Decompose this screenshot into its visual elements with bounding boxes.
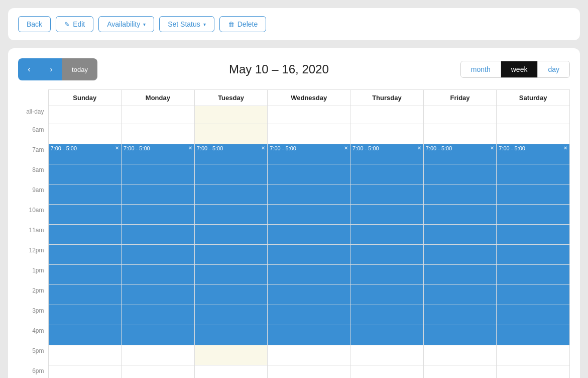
7am-thursday[interactable]: ✕ 7:00 - 5:00 [350, 144, 424, 164]
3pm-saturday[interactable] [497, 305, 570, 325]
1pm-wednesday[interactable] [268, 265, 350, 285]
6am-monday [122, 124, 195, 144]
monday-event-label: 7:00 - 5:00 [124, 144, 150, 151]
9am-sunday[interactable] [48, 184, 122, 205]
10am-tuesday[interactable] [194, 205, 268, 225]
9am-friday[interactable] [423, 184, 497, 205]
11am-friday[interactable] [423, 225, 497, 245]
availability-button[interactable]: Availability ▾ [98, 16, 154, 32]
1pm-saturday[interactable] [497, 265, 570, 285]
4pm-wednesday[interactable] [268, 325, 350, 345]
2pm-sunday[interactable] [48, 285, 122, 305]
2pm-thursday[interactable] [350, 285, 424, 305]
1pm-monday[interactable] [122, 265, 195, 285]
4pm-label: 4pm [18, 325, 48, 345]
6pm-wednesday [268, 365, 350, 379]
9am-saturday[interactable] [497, 184, 570, 205]
12pm-monday[interactable] [122, 245, 195, 265]
day-view-button[interactable]: day [538, 61, 569, 77]
5pm-row: 5pm [18, 345, 570, 365]
close-thursday-icon[interactable]: ✕ [417, 145, 421, 151]
12pm-thursday[interactable] [350, 245, 424, 265]
11am-label: 11am [18, 225, 48, 245]
7am-friday[interactable]: ✕ 7:00 - 5:00 [423, 144, 497, 164]
3pm-friday[interactable] [423, 305, 497, 325]
3pm-sunday[interactable] [48, 305, 122, 325]
11am-wednesday[interactable] [268, 225, 350, 245]
11am-thursday[interactable] [350, 225, 424, 245]
10am-wednesday[interactable] [268, 205, 350, 225]
1pm-thursday[interactable] [350, 265, 424, 285]
10am-saturday[interactable] [497, 205, 570, 225]
1pm-sunday[interactable] [48, 265, 122, 285]
12pm-sunday[interactable] [48, 245, 122, 265]
close-friday-icon[interactable]: ✕ [490, 145, 494, 151]
7am-tuesday[interactable]: ✕ 7:00 - 5:00 [194, 144, 268, 164]
today-button[interactable]: today [62, 58, 97, 80]
6am-thursday [350, 124, 424, 144]
4pm-saturday[interactable] [497, 325, 570, 345]
edit-button[interactable]: ✎ Edit [56, 16, 93, 32]
delete-button[interactable]: 🗑 Delete [219, 16, 266, 32]
close-wednesday-icon[interactable]: ✕ [344, 145, 348, 151]
11am-sunday[interactable] [48, 225, 122, 245]
10am-thursday[interactable] [350, 205, 424, 225]
7am-wednesday[interactable]: ✕ 7:00 - 5:00 [268, 144, 350, 164]
10am-sunday[interactable] [48, 205, 122, 225]
close-tuesday-icon[interactable]: ✕ [261, 145, 265, 151]
close-monday-icon[interactable]: ✕ [188, 145, 192, 151]
month-view-button[interactable]: month [461, 61, 501, 77]
5pm-saturday [497, 345, 570, 365]
3pm-monday[interactable] [122, 305, 195, 325]
7am-monday[interactable]: ✕ 7:00 - 5:00 [122, 144, 195, 164]
close-sunday-icon[interactable]: ✕ [115, 145, 119, 151]
8am-monday[interactable] [122, 164, 195, 184]
set-status-button[interactable]: Set Status ▾ [159, 16, 214, 32]
8am-sunday[interactable] [48, 164, 122, 184]
4pm-tuesday[interactable] [194, 325, 268, 345]
back-button[interactable]: Back [18, 16, 51, 32]
2pm-saturday[interactable] [497, 285, 570, 305]
close-saturday-icon[interactable]: ✕ [563, 145, 567, 151]
7am-row: 7am ✕ 7:00 - 5:00 ✕ 7:00 - 5:00 ✕ 7:00 -… [18, 144, 570, 164]
8am-friday[interactable] [423, 164, 497, 184]
10am-friday[interactable] [423, 205, 497, 225]
2pm-monday[interactable] [122, 285, 195, 305]
week-view-button[interactable]: week [501, 61, 538, 77]
8am-thursday[interactable] [350, 164, 424, 184]
3pm-tuesday[interactable] [194, 305, 268, 325]
11am-saturday[interactable] [497, 225, 570, 245]
9am-wednesday[interactable] [268, 184, 350, 205]
4pm-friday[interactable] [423, 325, 497, 345]
7am-saturday[interactable]: ✕ 7:00 - 5:00 [497, 144, 570, 164]
11am-tuesday[interactable] [194, 225, 268, 245]
12pm-saturday[interactable] [497, 245, 570, 265]
4pm-monday[interactable] [122, 325, 195, 345]
10am-monday[interactable] [122, 205, 195, 225]
calendar-title: May 10 – 16, 2020 [97, 62, 460, 76]
9am-monday[interactable] [122, 184, 195, 205]
3pm-wednesday[interactable] [268, 305, 350, 325]
12pm-tuesday[interactable] [194, 245, 268, 265]
8am-tuesday[interactable] [194, 164, 268, 184]
1pm-friday[interactable] [423, 265, 497, 285]
8am-saturday[interactable] [497, 164, 570, 184]
4pm-thursday[interactable] [350, 325, 424, 345]
prev-button[interactable]: ‹ [18, 58, 40, 80]
next-button[interactable]: › [40, 58, 62, 80]
2pm-wednesday[interactable] [268, 285, 350, 305]
7am-sunday[interactable]: ✕ 7:00 - 5:00 [48, 144, 122, 164]
8am-wednesday[interactable] [268, 164, 350, 184]
3pm-thursday[interactable] [350, 305, 424, 325]
4pm-sunday[interactable] [48, 325, 122, 345]
9am-tuesday[interactable] [194, 184, 268, 205]
1pm-tuesday[interactable] [194, 265, 268, 285]
11am-monday[interactable] [122, 225, 195, 245]
12pm-wednesday[interactable] [268, 245, 350, 265]
2pm-friday[interactable] [423, 285, 497, 305]
friday-event-label: 7:00 - 5:00 [426, 144, 452, 151]
9am-thursday[interactable] [350, 184, 424, 205]
trash-icon: 🗑 [228, 21, 234, 28]
12pm-friday[interactable] [423, 245, 497, 265]
2pm-tuesday[interactable] [194, 285, 268, 305]
